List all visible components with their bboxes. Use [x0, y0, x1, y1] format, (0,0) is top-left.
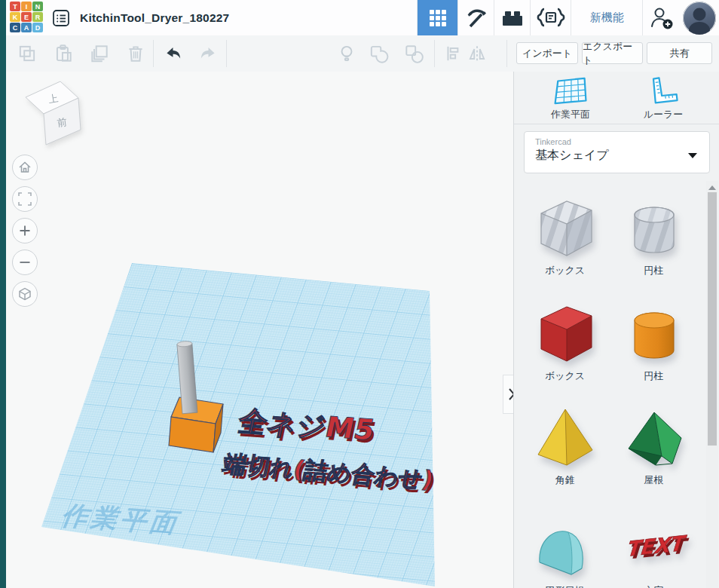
panel-scrollbar[interactable] — [706, 181, 718, 588]
account-avatar[interactable] — [680, 0, 719, 35]
shape-hole-box[interactable]: ボックス — [522, 192, 608, 277]
scroll-up-icon[interactable] — [708, 185, 716, 190]
shape-hole-cylinder[interactable]: 円柱 — [610, 192, 697, 277]
zoom-in-button[interactable] — [12, 218, 38, 243]
fit-view-button[interactable] — [12, 186, 38, 212]
home-icon — [17, 160, 32, 175]
design-grid-icon — [430, 10, 446, 26]
design-title[interactable]: KitchinTool_Dryer_180227 — [80, 0, 229, 35]
delete-icon[interactable] — [125, 43, 146, 64]
group-icon[interactable] — [368, 43, 389, 64]
fit-view-icon — [18, 192, 32, 206]
header: TIN KER CAD KitchinTool_Dryer_180227 — [6, 0, 719, 36]
shape-orange-cylinder[interactable]: 円柱 — [610, 298, 697, 383]
toolbar-separator — [153, 40, 154, 67]
plus-icon — [18, 224, 32, 237]
tab-brick[interactable] — [494, 0, 531, 35]
view-cube-top-label: 上 — [47, 93, 59, 106]
shape-library-dropdown[interactable]: Tinkercad 基本シェイプ — [524, 131, 710, 173]
ruler-tool-button[interactable]: ルーラー — [627, 76, 699, 121]
tinkercad-app: TIN KER CAD KitchinTool_Dryer_180227 — [0, 0, 719, 588]
shape-pyramid[interactable]: 角錐 — [522, 402, 608, 487]
export-button[interactable]: エクスポート — [582, 42, 643, 64]
align-icon[interactable] — [443, 43, 464, 64]
ruler-tool-label: ルーラー — [644, 108, 684, 121]
workplane-tool-label: 作業平面 — [551, 108, 590, 121]
library-brand: Tinkercad — [535, 137, 699, 146]
tab-codeblocks[interactable] — [530, 0, 571, 35]
redo-icon[interactable] — [197, 43, 219, 64]
copy-icon[interactable] — [17, 43, 38, 64]
scene-tools-row: 作業平面 ルーラー — [514, 72, 719, 124]
toolbar-separator — [434, 40, 435, 67]
import-button[interactable]: インポート — [516, 42, 578, 64]
panel-toggle[interactable] — [503, 375, 513, 414]
new-features-link[interactable]: 新機能 — [571, 0, 643, 35]
shape-text[interactable]: TEXT TEXT 文字 — [610, 513, 697, 588]
home-view-button[interactable] — [12, 155, 38, 180]
person-plus-icon — [649, 5, 675, 31]
shape-round-roof[interactable]: 円形屋根 — [522, 513, 608, 588]
scrollbar-thumb[interactable] — [708, 192, 717, 446]
workplane-tool-button[interactable]: 作業平面 — [534, 76, 607, 121]
pickaxe-icon — [465, 7, 488, 29]
properties-list-icon[interactable] — [51, 8, 71, 28]
perspective-toggle-button[interactable] — [12, 281, 38, 307]
scene[interactable]: 作業平面 全ネジM5 全ネジM5 端切れ(詰め合わせ) 端切れ(詰め合わせ) — [6, 72, 513, 588]
codeblocks-icon — [536, 7, 566, 29]
perspective-cube-icon — [17, 286, 32, 302]
shape-roof[interactable]: 屋根 — [610, 402, 697, 487]
chevron-right-icon — [508, 387, 513, 401]
toolbar-separator — [226, 40, 227, 67]
toolbar-separator — [506, 40, 507, 67]
share-button[interactable]: 共有 — [647, 42, 712, 64]
brand-stripe — [0, 0, 6, 588]
zoom-out-button[interactable] — [12, 250, 38, 275]
tab-minecraft[interactable] — [457, 0, 494, 35]
view-cube-front-label: 前 — [57, 116, 68, 129]
viewport[interactable]: 作業平面 全ネジM5 全ネジM5 端切れ(詰め合わせ) 端切れ(詰め合わせ) — [6, 72, 513, 588]
show-all-lightbulb-icon[interactable] — [336, 43, 357, 64]
invite-button[interactable] — [642, 0, 681, 35]
avatar — [683, 2, 716, 35]
ruler-icon — [646, 76, 681, 106]
toolbar: インポート エクスポート 共有 — [6, 35, 719, 72]
tab-3d-design[interactable] — [417, 0, 458, 35]
minus-icon — [18, 256, 32, 269]
library-selected: 基本シェイプ — [535, 148, 699, 164]
lego-brick-icon — [500, 8, 525, 29]
mirror-icon[interactable] — [467, 43, 488, 64]
chevron-down-icon — [688, 153, 697, 158]
workplane-icon — [552, 76, 589, 106]
paste-icon[interactable] — [53, 43, 74, 64]
view-cube[interactable]: 上 前 — [21, 76, 89, 149]
shape-panel: 作業平面 ルーラー Tinkercad 基本シェイプ — [513, 72, 719, 588]
tinkercad-logo[interactable]: TIN KER CAD — [10, 2, 45, 34]
shape-red-box[interactable]: ボックス — [522, 298, 608, 383]
undo-icon[interactable] — [163, 43, 184, 64]
ungroup-icon[interactable] — [403, 43, 424, 64]
duplicate-icon[interactable] — [89, 43, 110, 64]
